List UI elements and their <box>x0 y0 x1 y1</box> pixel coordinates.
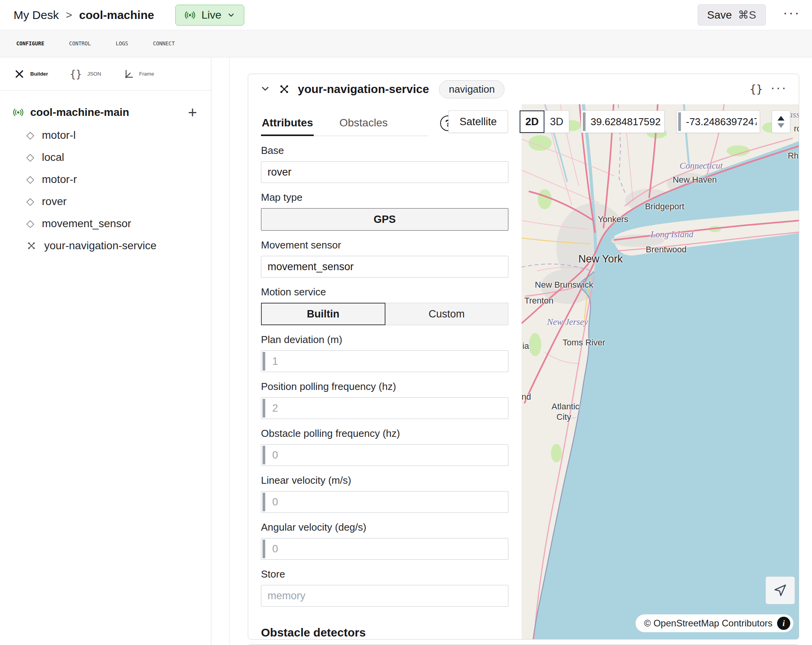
tab-attributes[interactable]: Attributes <box>261 110 314 136</box>
plan-deviation-label: Plan deviation (m) <box>261 334 508 346</box>
map-place-label: City <box>556 412 571 422</box>
attributes-form: Attributes Obstacles ? Base Map type GPS <box>248 104 522 639</box>
service-icon <box>26 241 36 251</box>
tab-configure[interactable]: CONFIGURE <box>16 41 44 47</box>
motion-service-custom-button[interactable]: Custom <box>385 303 509 325</box>
field-map-type: Map type GPS <box>261 191 508 231</box>
position-polling-input[interactable] <box>261 397 508 419</box>
satellite-toggle-button[interactable]: Satellite <box>448 110 508 133</box>
obstacle-polling-label: Obstacle polling frequency (hz) <box>261 428 508 440</box>
base-input[interactable] <box>261 161 508 183</box>
braces-icon: {} <box>70 68 82 80</box>
service-card-title: your-navigation-service <box>298 83 429 96</box>
add-component-button[interactable]: + <box>188 105 197 120</box>
view-tab-builder[interactable]: Builder <box>14 69 48 79</box>
linear-velocity-label: Linear velocity (m/s) <box>261 474 508 486</box>
map-place-label: ro <box>794 124 799 134</box>
longitude-field <box>676 110 760 133</box>
map-place-label: nd <box>522 392 531 402</box>
breadcrumb-separator-icon: > <box>66 9 72 21</box>
movement-sensor-input[interactable] <box>261 256 508 278</box>
tab-connect[interactable]: CONNECT <box>153 41 175 47</box>
component-tree: cool-machine-main + ◇ motor-l ◇ local ◇ … <box>0 91 211 257</box>
navigation-service-card: your-navigation-service navigation {} ··… <box>248 74 799 640</box>
map-place-label: Atlantic <box>551 402 579 412</box>
map-controls: Satellite 2D 3D <box>448 110 790 133</box>
tree-item-motor-r[interactable]: ◇ motor-r <box>12 168 197 190</box>
store-input[interactable] <box>261 585 508 607</box>
app-root: My Desk > cool-machine Live Save ⌘S ··· … <box>0 0 812 645</box>
map-panel[interactable]: MassacroRhodConnecticutNew HavenBridgepo… <box>522 104 799 639</box>
view-tab-frame-label: Frame <box>139 71 154 77</box>
tree-item-rover[interactable]: ◇ rover <box>12 190 197 212</box>
main-panel-area: your-navigation-service navigation {} ··… <box>229 57 812 645</box>
plan-deviation-input[interactable] <box>261 350 508 372</box>
breadcrumb-root-link[interactable]: My Desk <box>14 9 59 22</box>
component-diamond-icon: ◇ <box>26 195 34 207</box>
latitude-input[interactable] <box>581 111 664 133</box>
live-status-dropdown[interactable]: Live <box>175 5 244 26</box>
map-place-label: New Jersey <box>547 317 588 327</box>
map-place-label: Bridgeport <box>645 202 684 212</box>
more-menu-button[interactable]: ··· <box>783 6 800 24</box>
angular-velocity-label: Angular velocity (deg/s) <box>261 521 508 533</box>
tree-item-navigation-service[interactable]: your-navigation-service <box>12 235 197 257</box>
linear-velocity-input[interactable] <box>261 491 508 513</box>
tab-control[interactable]: CONTROL <box>69 41 91 47</box>
default-value-bar <box>263 446 265 464</box>
tree-item-label: rover <box>42 195 67 208</box>
view-json-icon[interactable]: {} <box>750 83 763 96</box>
top-header: My Desk > cool-machine Live Save ⌘S ··· <box>0 0 812 30</box>
view-tab-json[interactable]: {} JSON <box>70 68 101 80</box>
field-motion-service: Motion service Builtin Custom <box>261 286 508 325</box>
map-place-label: New Haven <box>673 175 717 185</box>
default-value-bar <box>263 493 265 511</box>
map-dimension-toggle: 2D 3D <box>520 110 569 133</box>
field-position-polling: Position polling frequency (hz) <box>261 381 508 419</box>
map-type-label: Map type <box>261 191 508 204</box>
card-more-menu-button[interactable]: ··· <box>771 80 787 99</box>
longitude-input[interactable] <box>677 111 760 133</box>
breadcrumb-current: cool-machine <box>79 9 154 22</box>
view-tab-builder-label: Builder <box>30 71 48 77</box>
tab-obstacles[interactable]: Obstacles <box>339 110 389 136</box>
map-place-label: Rhod <box>788 151 799 161</box>
tree-root-label: cool-machine-main <box>30 106 182 119</box>
tree-item-local[interactable]: ◇ local <box>12 146 197 168</box>
field-plan-deviation: Plan deviation (m) <box>261 334 508 372</box>
field-linear-velocity: Linear velocity (m/s) <box>261 474 508 513</box>
card-header: your-navigation-service navigation {} ··… <box>248 74 799 104</box>
map-place-label: New York <box>579 253 623 265</box>
coordinate-stepper[interactable] <box>772 110 790 133</box>
map-place-label: Yonkers <box>598 214 629 224</box>
obstacle-polling-input[interactable] <box>261 444 508 466</box>
live-broadcast-icon <box>184 9 196 21</box>
tree-item-label: local <box>42 151 64 164</box>
tab-logs[interactable]: LOGS <box>116 41 128 47</box>
map-2d-button[interactable]: 2D <box>520 110 544 133</box>
stepper-down-icon[interactable] <box>777 123 784 128</box>
save-label: Save <box>707 9 732 21</box>
map-locate-button[interactable] <box>765 576 795 604</box>
tree-root-machine[interactable]: cool-machine-main + <box>12 101 197 124</box>
info-icon[interactable]: i <box>777 617 790 630</box>
service-icon <box>278 83 290 95</box>
tree-item-motor-l[interactable]: ◇ motor-l <box>12 124 197 146</box>
stepper-up-icon[interactable] <box>777 116 784 121</box>
map-type-gps-button[interactable]: GPS <box>261 208 508 231</box>
map-labels-layer: MassacroRhodConnecticutNew HavenBridgepo… <box>522 104 799 639</box>
sidebar-view-tabs: Builder {} JSON Frame <box>0 57 211 91</box>
angular-velocity-input[interactable] <box>261 538 508 560</box>
motion-service-label: Motion service <box>261 286 508 298</box>
content-area: Builder {} JSON Frame <box>0 57 812 645</box>
map-place-label: Long Island <box>650 229 693 240</box>
collapse-chevron-icon[interactable] <box>260 83 271 95</box>
service-type-badge: navigation <box>439 80 504 98</box>
tree-item-label: motor-l <box>42 129 76 141</box>
save-button[interactable]: Save ⌘S <box>698 4 766 26</box>
tree-item-movement-sensor[interactable]: ◇ movement_sensor <box>12 212 197 235</box>
motion-service-builtin-button[interactable]: Builtin <box>261 303 385 325</box>
map-3d-button[interactable]: 3D <box>544 110 569 133</box>
obstacle-detectors-heading: Obstacle detectors <box>261 626 508 639</box>
view-tab-frame[interactable]: Frame <box>123 69 154 79</box>
